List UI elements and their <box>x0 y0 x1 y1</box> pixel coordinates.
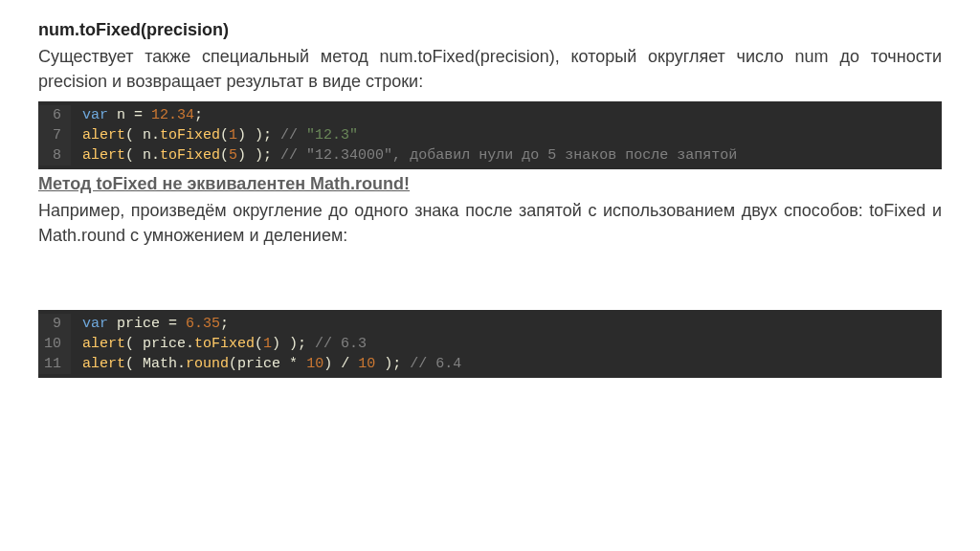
section-paragraph-2: Например, произведём округление до одног… <box>38 198 942 248</box>
code-line: 10alert( price.toFixed(1) ); // 6.3 <box>38 334 942 354</box>
code-block-2: 9var price = 6.35;10alert( price.toFixed… <box>38 310 942 378</box>
line-number: 6 <box>38 105 71 125</box>
line-number: 9 <box>38 314 71 334</box>
line-number: 10 <box>38 334 71 354</box>
line-number: 8 <box>38 145 71 165</box>
code-line: 9var price = 6.35; <box>38 314 942 334</box>
code-line: 11alert( Math.round(price * 10) / 10 ); … <box>38 354 942 374</box>
line-number: 11 <box>38 354 71 374</box>
section-heading: num.toFixed(precision) <box>38 17 942 42</box>
code-text: alert( Math.round(price * 10) / 10 ); //… <box>71 354 942 374</box>
code-text: alert( n.toFixed(1) ); // "12.3" <box>71 125 942 145</box>
code-line: 7alert( n.toFixed(1) ); // "12.3" <box>38 125 942 145</box>
section-subheading: Метод toFixed не эквивалентен Math.round… <box>38 171 942 196</box>
code-line: 6var n = 12.34; <box>38 105 942 125</box>
code-block-1: 6var n = 12.34;7alert( n.toFixed(1) ); /… <box>38 101 942 169</box>
section-paragraph: Существует также специальный метод num.t… <box>38 44 942 94</box>
code-text: alert( n.toFixed(5) ); // "12.34000", до… <box>71 145 942 165</box>
code-text: var price = 6.35; <box>71 314 942 334</box>
code-text: alert( price.toFixed(1) ); // 6.3 <box>71 334 942 354</box>
line-number: 7 <box>38 125 71 145</box>
code-text: var n = 12.34; <box>71 105 942 125</box>
code-line: 8alert( n.toFixed(5) ); // "12.34000", д… <box>38 145 942 165</box>
